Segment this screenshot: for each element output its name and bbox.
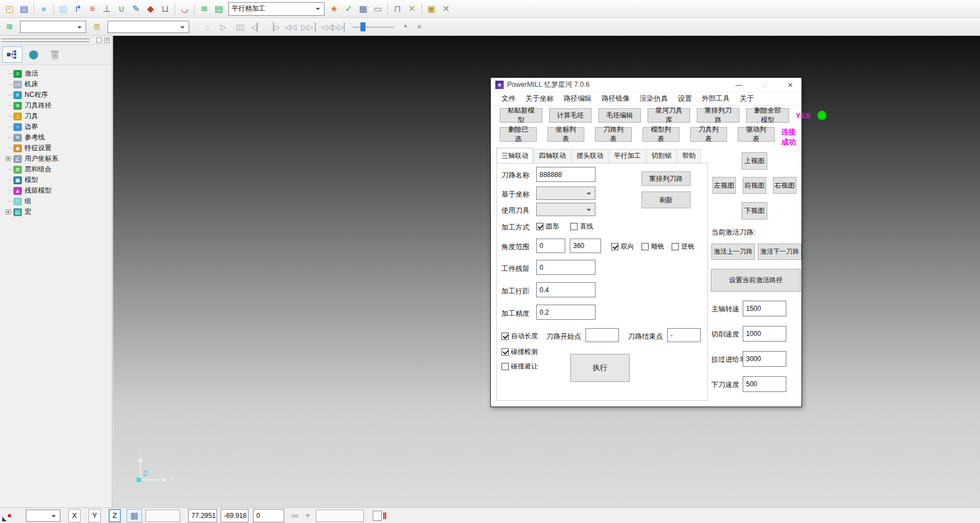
go-end-icon[interactable]: ▷▷▏ — [332, 20, 349, 34]
step-back-icon[interactable]: ◁▏ — [248, 20, 265, 34]
tree-item[interactable]: ▣ 模型 — [6, 175, 112, 185]
menu-item[interactable]: 设置 — [673, 94, 697, 104]
avoid-checkbox-row[interactable]: 碰撞避让 — [501, 362, 538, 371]
tool-spark-icon[interactable]: ★ — [327, 2, 341, 16]
float-panel-icon[interactable] — [96, 38, 102, 43]
view-right-button[interactable]: 右视图 — [773, 177, 796, 194]
xyz-list-icon[interactable]: ≔ — [291, 511, 299, 520]
dialog-tab[interactable]: 四轴联动 — [534, 149, 571, 164]
coord-x-field[interactable]: 77.2951 — [188, 509, 217, 522]
probe-icon[interactable]: ⌖ — [306, 511, 310, 520]
open-file-icon[interactable]: ◰ — [2, 2, 17, 16]
go-start-icon[interactable]: ▏◁◁ — [316, 20, 332, 34]
block-icon[interactable]: ▧ — [56, 2, 71, 16]
sim-tool-select[interactable] — [107, 21, 189, 33]
angle-to-input[interactable]: 360 — [570, 239, 601, 253]
dialog-tab[interactable]: 帮助 — [677, 149, 701, 164]
tree-item[interactable]: ▲ 残留模型 — [6, 185, 112, 196]
strategy-list-icon[interactable]: ▤ — [212, 2, 226, 16]
line-checkbox-row[interactable]: 直线 — [570, 222, 593, 231]
bidirectional-checkbox[interactable] — [611, 243, 618, 250]
axis-x-button[interactable]: X — [68, 509, 81, 522]
tree-item[interactable]: ≋ 刀具路径 — [6, 100, 112, 111]
dialog-tab[interactable]: 切割锯 — [646, 149, 677, 164]
coord-z-field[interactable]: 0 — [253, 509, 284, 522]
tree-item[interactable]: ✕ 参考线 — [6, 132, 112, 143]
stock-input[interactable]: 0 — [536, 260, 595, 275]
tree-item[interactable]: ◆ 特征设置 — [6, 143, 112, 153]
dialog-action-button[interactable]: 计算毛坯 — [549, 108, 592, 123]
dialog-action-button[interactable]: 粘贴新模型 — [500, 108, 542, 123]
tree-item[interactable]: □ 组 — [6, 196, 112, 207]
statusbar-select[interactable] — [26, 510, 60, 522]
tool-check-icon[interactable]: ✓ — [341, 2, 356, 16]
close-toolbar-icon[interactable]: ✕ — [439, 2, 453, 16]
clock-icon[interactable]: ◔ — [397, 20, 412, 34]
menu-item[interactable]: 路径镜像 — [597, 94, 635, 104]
leads-links-icon[interactable]: ◡ — [177, 2, 192, 16]
conventional-checkbox-row[interactable]: 逆铣 — [672, 242, 695, 251]
dialog-titlebar[interactable]: ★ PowerMILL 忆梦星河 7.0.6 — □ ✕ — [491, 78, 801, 92]
separator[interactable] — [385, 2, 390, 16]
play-icon[interactable]: ▷ — [215, 20, 232, 34]
stock-model-icon[interactable]: ≡ — [85, 2, 100, 16]
menu-item[interactable]: 渲染仿真 — [635, 94, 673, 104]
pause-icon[interactable]: ▯▯ — [232, 20, 248, 34]
tree-item[interactable]: ≡ NC程序 — [6, 90, 112, 100]
circle-checkbox-row[interactable]: 圆形 — [536, 222, 559, 231]
shaded-ball-icon[interactable]: ● — [36, 2, 51, 16]
activate-next-toolpath-button[interactable]: 激活下一刀路 — [758, 244, 801, 260]
toolpath-name-input[interactable]: 888888 — [536, 167, 595, 182]
start-point-input[interactable] — [585, 328, 619, 342]
tree-item[interactable]: ∠ 用户坐标系 — [6, 153, 112, 164]
stepover-input[interactable]: 0.4 — [536, 282, 595, 297]
parameter-input[interactable]: 1000 — [743, 326, 786, 342]
toolpath-logo-icon[interactable]: ≋ — [197, 2, 212, 16]
expand-icon[interactable] — [6, 156, 11, 161]
draw-flyout-button[interactable] — [1, 509, 22, 522]
dialog-action-button[interactable]: 模型列表 — [643, 127, 679, 142]
angle-from-input[interactable]: 0 — [536, 239, 565, 253]
view-front-button[interactable]: 前视图 — [743, 177, 766, 194]
tolerance-input[interactable]: 0.2 — [536, 305, 595, 320]
parameter-input[interactable]: 500 — [743, 376, 786, 392]
dialog-tab[interactable]: 平行加工 — [609, 149, 646, 164]
coord-y-field[interactable]: -69.918 — [221, 509, 248, 522]
dialog-tab[interactable]: 摆头联动 — [571, 149, 608, 164]
close-panel-icon[interactable]: ✕ — [104, 38, 110, 43]
dialog-action-button[interactable]: 星河刀具库 — [648, 108, 690, 123]
coord-select[interactable] — [536, 186, 595, 200]
climb-checkbox-row[interactable]: 顺铣 — [641, 242, 664, 251]
avoid-checkbox[interactable] — [501, 363, 509, 370]
menu-item[interactable]: 路径编辑 — [559, 94, 597, 104]
tree-item[interactable]: ○ 边界 — [6, 122, 112, 132]
tree-item[interactable]: > 激活 — [6, 68, 112, 79]
separator[interactable] — [192, 2, 197, 16]
tree-item[interactable]: ⊥ 刀具 — [6, 111, 112, 122]
rearrange-toolpath-button[interactable]: 重排列刀路 — [641, 171, 691, 186]
sim-toolpath-select[interactable] — [20, 21, 86, 33]
separator[interactable] — [31, 2, 36, 16]
separator[interactable] — [51, 2, 56, 16]
save-icon[interactable]: ▤ — [17, 2, 31, 16]
view-bottom-button[interactable]: 下视图 — [742, 202, 767, 220]
line-checkbox[interactable] — [570, 223, 578, 230]
menu-item[interactable]: 文件 — [496, 94, 521, 104]
tree-item[interactable]: ≣ 层和组合 — [6, 164, 112, 175]
conventional-checkbox[interactable] — [672, 243, 679, 250]
collision-checkbox-row[interactable]: 碰撞检测 — [501, 347, 538, 357]
ruler-icon[interactable]: ▭ — [371, 2, 385, 16]
axis-y-button[interactable]: Y — [88, 509, 101, 522]
separator[interactable] — [419, 2, 424, 16]
view-top-button[interactable]: 上视图 — [742, 152, 767, 170]
close-sim-toolbar-icon[interactable]: ✕ — [412, 20, 426, 34]
refresh-button[interactable]: 刷新 — [641, 192, 691, 208]
close-button[interactable]: ✕ — [779, 78, 801, 92]
axis-z-button[interactable]: Z — [109, 509, 121, 522]
dialog-action-button[interactable]: 删除已选 — [500, 127, 537, 142]
set-active-path-button[interactable]: 设置当前激活路径 — [711, 269, 801, 292]
cylinder-pair-icon[interactable]: ▣ — [424, 2, 439, 16]
tab-explorer-globe[interactable] — [24, 46, 44, 63]
step-forward-icon[interactable]: ▕▷ — [265, 20, 282, 34]
execute-button[interactable]: 执行 — [570, 354, 630, 382]
